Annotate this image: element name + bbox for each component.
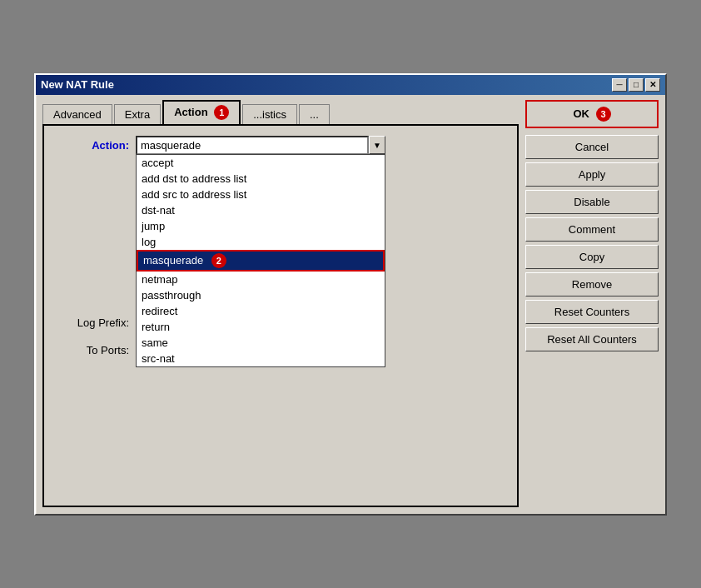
minimize-button[interactable]: ─	[612, 78, 627, 92]
close-button[interactable]: ✕	[645, 78, 660, 92]
action-dropdown-arrow[interactable]: ▼	[369, 136, 385, 154]
apply-button[interactable]: Apply	[525, 162, 659, 187]
tab-extra[interactable]: Extra	[114, 104, 161, 124]
copy-button[interactable]: Copy	[525, 245, 659, 269]
remove-button[interactable]: Remove	[525, 272, 659, 296]
action-input[interactable]	[136, 136, 369, 155]
title-bar-buttons: ─ □ ✕	[612, 78, 660, 92]
dropdown-item-return[interactable]: return	[137, 319, 385, 335]
window-body: Advanced Extra Action 1 ...istics ...	[36, 95, 665, 514]
comment-button[interactable]: Comment	[525, 217, 659, 242]
dropdown-item-same[interactable]: same	[137, 335, 385, 351]
new-nat-rule-window: New NAT Rule ─ □ ✕ Advanced Extra Action…	[34, 73, 667, 516]
dropdown-item-add-dst[interactable]: add dst to address list	[137, 171, 385, 187]
action-label: Action:	[52, 139, 136, 152]
action-dropdown-list: accept add dst to address list add src t…	[136, 154, 385, 367]
tab-content: Action: ▼ accept add dst to address list…	[42, 124, 519, 507]
right-panel: OK 3 Cancel Apply Disable Comment Copy R…	[525, 100, 659, 507]
disable-button[interactable]: Disable	[525, 190, 659, 214]
dropdown-item-netmap[interactable]: netmap	[137, 272, 385, 287]
title-bar: New NAT Rule ─ □ ✕	[36, 75, 665, 95]
window-title: New NAT Rule	[41, 78, 114, 91]
dropdown-item-accept[interactable]: accept	[137, 155, 385, 171]
maximize-button[interactable]: □	[629, 78, 644, 92]
dropdown-item-src-nat[interactable]: src-nat	[137, 351, 385, 366]
dropdown-item-masquerade[interactable]: masquerade 2	[137, 250, 385, 272]
ok-badge: 3	[596, 107, 611, 122]
to-ports-label: To Ports:	[52, 344, 136, 356]
dropdown-item-passthrough[interactable]: passthrough	[137, 287, 385, 303]
tab-more[interactable]: ...	[299, 104, 330, 124]
dropdown-item-dst-nat[interactable]: dst-nat	[137, 202, 385, 218]
ok-button[interactable]: OK 3	[525, 100, 659, 128]
tab-action-badge: 1	[214, 105, 229, 120]
left-panel: Advanced Extra Action 1 ...istics ...	[42, 100, 519, 507]
log-prefix-label: Log Prefix:	[52, 316, 136, 329]
dropdown-item-redirect[interactable]: redirect	[137, 303, 385, 319]
reset-all-counters-button[interactable]: Reset All Counters	[525, 327, 659, 351]
cancel-button[interactable]: Cancel	[525, 135, 659, 159]
action-combo-wrapper: ▼ accept add dst to address list add src…	[136, 136, 385, 155]
tab-action[interactable]: Action 1	[162, 100, 241, 124]
reset-counters-button[interactable]: Reset Counters	[525, 300, 659, 324]
dropdown-item-log[interactable]: log	[137, 234, 385, 250]
dropdown-badge-2: 2	[211, 253, 226, 268]
dropdown-item-jump[interactable]: jump	[137, 218, 385, 234]
tab-statistics[interactable]: ...istics	[242, 104, 297, 124]
action-field-row: Action: ▼ accept add dst to address list…	[52, 136, 509, 155]
tab-advanced[interactable]: Advanced	[42, 104, 112, 124]
dropdown-item-add-src[interactable]: add src to address list	[137, 187, 385, 202]
tabs-row: Advanced Extra Action 1 ...istics ...	[42, 100, 519, 124]
